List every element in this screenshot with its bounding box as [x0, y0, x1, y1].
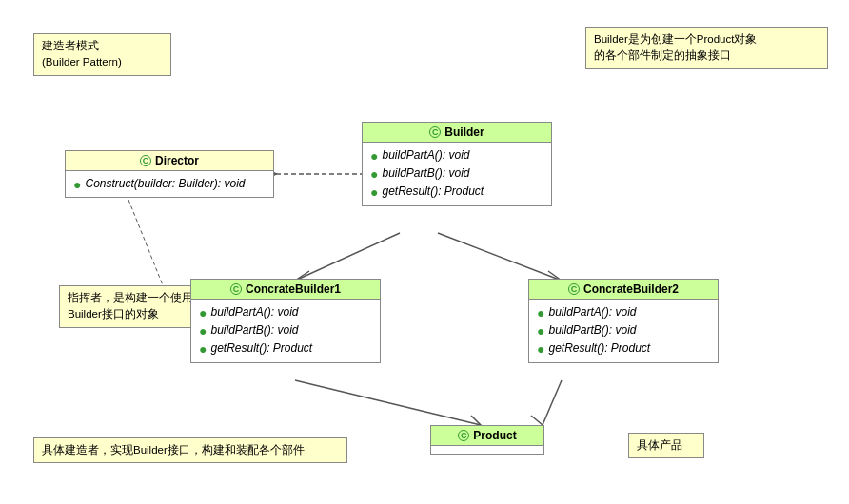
product-icon: C	[458, 430, 469, 441]
director-icon: C	[140, 155, 151, 166]
svg-line-3	[438, 233, 562, 281]
box-product: C Product	[430, 425, 544, 455]
box-builder: C Builder ● buildPartA(): void ● buildPa…	[362, 122, 552, 206]
svg-line-2	[295, 233, 400, 281]
concrate1-header: C ConcrateBuilder1	[191, 280, 380, 300]
director-body: ● Construct(builder: Builder): void	[66, 171, 273, 197]
concrate2-header: C ConcrateBuilder2	[529, 280, 718, 300]
builder-header: C Builder	[363, 123, 551, 143]
director-method-1: ● Construct(builder: Builder): void	[73, 175, 266, 193]
product-body	[431, 446, 543, 454]
box-concrate2: C ConcrateBuilder2 ● buildPartA(): void …	[528, 279, 719, 363]
product-header: C Product	[431, 426, 543, 446]
concrate2-body: ● buildPartA(): void ● buildPartB(): voi…	[529, 300, 718, 362]
svg-line-6	[128, 200, 167, 295]
box-director: C Director ● Construct(builder: Builder)…	[65, 150, 274, 198]
note-bottom-right: 具体产品	[628, 433, 704, 458]
concrate1-icon: C	[230, 283, 242, 295]
note-top-left: 建造者模式 (Builder Pattern)	[33, 33, 171, 76]
concrate1-body: ● buildPartA(): void ● buildPartB(): voi…	[191, 300, 380, 362]
box-concrate1: C ConcrateBuilder1 ● buildPartA(): void …	[190, 279, 381, 363]
svg-line-5	[543, 380, 562, 425]
svg-line-4	[295, 380, 481, 425]
director-header: C Director	[66, 151, 273, 171]
arrows-svg	[0, 0, 849, 504]
note-bottom-left: 具体建造者，实现Builder接口，构建和装配各个部件	[33, 437, 347, 463]
builder-body: ● buildPartA(): void ● buildPartB(): voi…	[363, 143, 551, 205]
diagram-container: 建造者模式 (Builder Pattern) Builder是为创建一个Pro…	[0, 0, 849, 504]
builder-icon: C	[429, 126, 441, 138]
concrate2-icon: C	[568, 283, 580, 295]
note-top-right: Builder是为创建一个Product对象的各个部件制定的抽象接口	[585, 27, 828, 69]
